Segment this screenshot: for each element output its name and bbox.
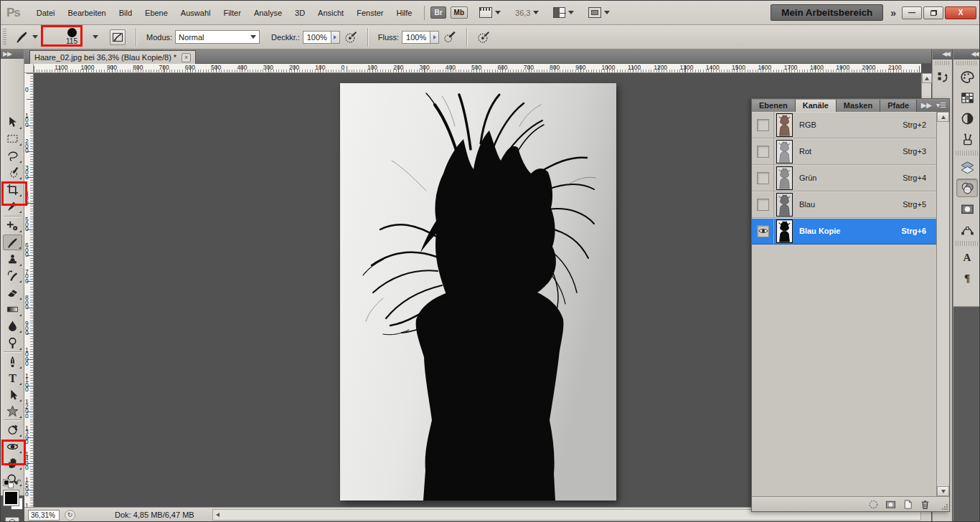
channels-panel-icon[interactable] bbox=[956, 179, 978, 197]
path-selection-tool[interactable] bbox=[3, 386, 22, 402]
airbrush-toggle-icon[interactable] bbox=[442, 29, 458, 45]
menu-3d[interactable]: 3D bbox=[288, 6, 311, 20]
document-tab[interactable]: Haare_02.jpg bei 36,3% (Blau Kopie/8) * … bbox=[29, 50, 196, 64]
status-zoom-input[interactable]: 36,31% bbox=[28, 510, 60, 521]
lasso-tool[interactable] bbox=[3, 148, 22, 163]
panel-collapse-icon[interactable]: ▶▶ bbox=[921, 101, 932, 109]
flow-slider-button[interactable] bbox=[430, 31, 439, 44]
custom-shape-tool[interactable] bbox=[3, 403, 22, 419]
visibility-toggle[interactable] bbox=[757, 199, 769, 211]
dodge-tool[interactable] bbox=[3, 335, 22, 351]
channel-row-rgb[interactable]: RGB Strg+2 bbox=[752, 112, 936, 138]
menu-ebene[interactable]: Ebene bbox=[138, 6, 174, 20]
panel-menu-icon[interactable]: ▾☰ bbox=[936, 101, 946, 109]
tab-ebenen[interactable]: Ebenen bbox=[752, 100, 796, 112]
dock-collapse-header[interactable]: ◀◀ bbox=[953, 49, 980, 60]
horizontal-ruler[interactable]: 1100100090080070060050040030020010001002… bbox=[34, 64, 921, 73]
load-channel-as-selection-icon[interactable] bbox=[868, 499, 879, 510]
quick-mask-button[interactable] bbox=[5, 517, 19, 522]
foreground-color-swatch[interactable] bbox=[4, 490, 19, 506]
chevron-down-icon[interactable] bbox=[533, 11, 539, 14]
flow-input[interactable]: 100% bbox=[402, 31, 430, 44]
menu-datei[interactable]: Datei bbox=[30, 6, 62, 20]
document-image[interactable] bbox=[340, 83, 616, 500]
tab-pfade[interactable]: Pfade bbox=[880, 100, 917, 112]
ruler-corner[interactable] bbox=[24, 64, 34, 73]
healing-tool[interactable] bbox=[3, 217, 22, 233]
clone-stamp-tool[interactable] bbox=[3, 251, 22, 267]
menu-fenster[interactable]: Fenster bbox=[350, 6, 390, 20]
swap-colors-icon[interactable]: ↶ bbox=[15, 478, 21, 485]
drag-grip[interactable] bbox=[936, 61, 949, 65]
tablet-opacity-icon[interactable] bbox=[343, 29, 359, 45]
chevron-down-icon[interactable] bbox=[568, 11, 574, 14]
drag-grip[interactable] bbox=[3, 29, 6, 46]
scroll-left-icon[interactable] bbox=[216, 513, 220, 517]
chevron-down-icon[interactable] bbox=[495, 11, 501, 14]
menu-auswahl[interactable]: Auswahl bbox=[174, 6, 217, 20]
toggle-brushes-panel-button[interactable] bbox=[110, 29, 126, 45]
swatches-panel-icon[interactable] bbox=[956, 88, 978, 107]
menu-analyse[interactable]: Analyse bbox=[248, 6, 288, 20]
dock-collapse-header[interactable]: ◀◀ bbox=[933, 49, 952, 60]
marquee-tool[interactable] bbox=[3, 130, 22, 146]
chevron-down-icon[interactable] bbox=[32, 35, 38, 39]
close-button[interactable]: X bbox=[945, 6, 976, 19]
blend-mode-dropdown[interactable]: Normal bbox=[175, 30, 260, 44]
arrange-documents-icon[interactable] bbox=[553, 7, 565, 18]
tab-kanaele[interactable]: Kanäle bbox=[796, 100, 837, 112]
default-colors-mini[interactable]: ↶ bbox=[4, 480, 21, 488]
layers-panel-icon[interactable] bbox=[956, 158, 978, 176]
status-sync-icon[interactable]: ↻ bbox=[65, 510, 75, 521]
character-panel-icon[interactable]: A bbox=[956, 248, 978, 267]
brush-presets-panel-icon[interactable] bbox=[956, 130, 978, 148]
launch-bridge-button[interactable]: Br bbox=[430, 6, 446, 19]
scroll-down-button[interactable] bbox=[937, 486, 949, 496]
move-tool[interactable] bbox=[3, 114, 22, 130]
restore-button[interactable] bbox=[923, 6, 943, 19]
workspace-overflow-chevrons[interactable]: » bbox=[890, 7, 895, 19]
tab-masken[interactable]: Masken bbox=[837, 100, 880, 112]
chevron-down-icon[interactable] bbox=[604, 11, 610, 14]
resize-grip[interactable] bbox=[941, 503, 948, 511]
delete-channel-icon[interactable] bbox=[920, 499, 930, 510]
paths-panel-icon[interactable] bbox=[956, 220, 978, 239]
visibility-toggle[interactable] bbox=[757, 225, 769, 237]
new-channel-icon[interactable] bbox=[903, 499, 913, 510]
launch-mobile-bridge-button[interactable]: Mb bbox=[451, 6, 468, 19]
visibility-toggle[interactable] bbox=[757, 172, 769, 184]
save-selection-as-channel-icon[interactable] bbox=[885, 499, 896, 510]
history-panel-icon[interactable] bbox=[934, 67, 951, 86]
pen-tool[interactable] bbox=[3, 353, 22, 369]
opacity-input[interactable]: 100% bbox=[303, 31, 331, 44]
menu-bild[interactable]: Bild bbox=[113, 6, 138, 20]
panel-scrollbar[interactable] bbox=[937, 112, 949, 496]
gradient-tool[interactable] bbox=[3, 301, 22, 317]
menu-ansicht[interactable]: Ansicht bbox=[311, 6, 350, 20]
masks-panel-icon[interactable] bbox=[956, 199, 978, 218]
view-extras-icon[interactable] bbox=[479, 7, 492, 18]
channel-row-gruen[interactable]: Grün Strg+4 bbox=[752, 165, 936, 191]
scroll-up-button[interactable] bbox=[922, 73, 932, 83]
brush-tool[interactable] bbox=[3, 234, 22, 250]
color-panel-icon[interactable] bbox=[956, 67, 978, 86]
drag-grip[interactable] bbox=[956, 61, 978, 65]
tab-close-icon[interactable]: × bbox=[182, 53, 191, 62]
eraser-tool[interactable] bbox=[3, 285, 22, 300]
opacity-slider-button[interactable] bbox=[331, 31, 340, 44]
channel-row-blau[interactable]: Blau Strg+5 bbox=[752, 191, 936, 218]
3d-rotate-tool[interactable] bbox=[3, 422, 22, 437]
chevron-down-icon[interactable] bbox=[93, 35, 98, 39]
channel-row-blau-kopie[interactable]: Blau Kopie Strg+6 bbox=[752, 218, 936, 245]
history-brush-tool[interactable] bbox=[3, 267, 22, 283]
menu-filter[interactable]: Filter bbox=[217, 6, 247, 20]
tablet-size-icon[interactable] bbox=[476, 29, 491, 45]
scroll-up-button[interactable] bbox=[937, 112, 949, 122]
menu-bearbeiten[interactable]: Bearbeiten bbox=[61, 6, 112, 20]
blur-tool[interactable] bbox=[3, 318, 22, 333]
paragraph-panel-icon[interactable]: ¶ bbox=[956, 269, 978, 288]
screen-mode-icon[interactable] bbox=[588, 7, 601, 18]
workspace-button[interactable]: Mein Arbeitsbereich bbox=[771, 4, 883, 21]
visibility-toggle[interactable] bbox=[757, 146, 769, 158]
zoom-level-value[interactable]: 36,3 bbox=[515, 9, 530, 17]
